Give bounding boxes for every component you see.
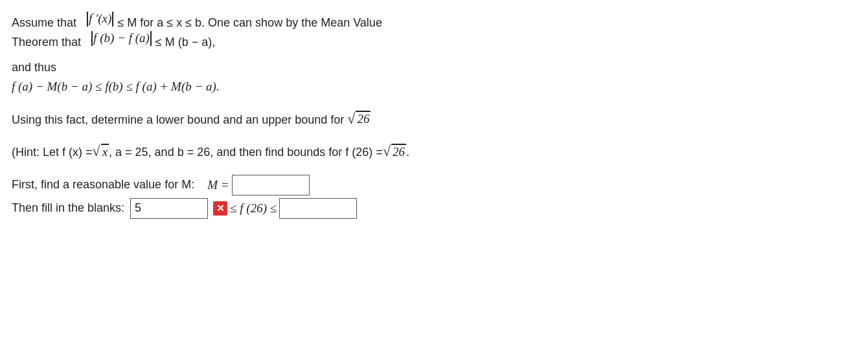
find-m-prefix: First, find a reasonable value for M: bbox=[12, 178, 194, 192]
abs-bar-left bbox=[87, 12, 88, 27]
line3: and thus bbox=[12, 61, 849, 74]
line2: Theorem that f (b) − f (a) ≤ M (b − a), bbox=[12, 31, 849, 49]
m-input[interactable] bbox=[232, 175, 310, 195]
abs-bar2-right bbox=[150, 31, 152, 46]
line2-prefix: Theorem that bbox=[12, 36, 81, 49]
fill-blanks-row: Then fill in the blanks: 5 ✕ ≤ f (26) ≤ bbox=[12, 198, 849, 219]
lower-bound-value: 5 bbox=[135, 201, 141, 215]
line2-middle: ≤ M (b − a), bbox=[155, 36, 215, 49]
m-eq-label: M = bbox=[207, 178, 229, 192]
lower-bound-input[interactable]: 5 bbox=[130, 198, 208, 219]
line4-text: Using this fact, determine a lower bound… bbox=[12, 109, 344, 130]
fill-prefix: Then fill in the blanks: bbox=[12, 201, 124, 215]
fprime-expr: f ′(x) bbox=[89, 12, 111, 26]
hint-end: . bbox=[406, 142, 409, 162]
sqrt-symbol-hint: √ bbox=[93, 144, 100, 159]
line1-middle: ≤ M for a ≤ x ≤ b. One can show by the M… bbox=[117, 16, 382, 29]
sqrt-x-content: x bbox=[101, 144, 109, 160]
sqrt-symbol: √ bbox=[347, 112, 355, 126]
line1: Assume that f ′(x) ≤ M for a ≤ x ≤ b. On… bbox=[12, 12, 849, 30]
abs-fprime: f ′(x) bbox=[86, 12, 114, 27]
abs-bar-right bbox=[112, 12, 113, 27]
formula1: f (a) − M(b − a) ≤ f(b) ≤ f (a) + M(b − … bbox=[12, 76, 220, 98]
fb-fa-expr: f (b) − f (a) bbox=[93, 31, 150, 45]
upper-bound-input[interactable] bbox=[279, 198, 357, 219]
abs-bar2-left bbox=[91, 31, 93, 46]
main-content: Assume that f ′(x) ≤ M for a ≤ x ≤ b. On… bbox=[12, 12, 849, 219]
abs-fb-fa: f (b) − f (a) bbox=[91, 31, 152, 46]
sqrt26-hint: √ 26 bbox=[383, 144, 406, 160]
main-formula: f (a) − M(b − a) ≤ f(b) ≤ f (a) + M(b − … bbox=[12, 76, 849, 98]
hint-line: (Hint: Let f (x) = √ x , a = 25, and b =… bbox=[12, 142, 849, 162]
incorrect-icon: ✕ bbox=[213, 201, 227, 216]
hint-middle: , a = 25, and b = 26, and then find boun… bbox=[109, 142, 383, 162]
find-m-row: First, find a reasonable value for M: M … bbox=[12, 175, 849, 195]
hint-prefix: (Hint: Let f (x) = bbox=[12, 142, 93, 162]
sqrt26-display: √ 26 bbox=[347, 111, 371, 127]
leq-f26-leq: ≤ f (26) ≤ bbox=[230, 201, 277, 216]
line1-prefix: Assume that bbox=[12, 16, 76, 29]
sqrt-symbol-hint2: √ bbox=[383, 144, 391, 159]
line4: Using this fact, determine a lower bound… bbox=[12, 109, 849, 130]
sqrt-26-content: 26 bbox=[391, 144, 406, 160]
sqrt-x-hint: √ x bbox=[93, 144, 109, 160]
sqrt-radicand: 26 bbox=[356, 111, 371, 127]
